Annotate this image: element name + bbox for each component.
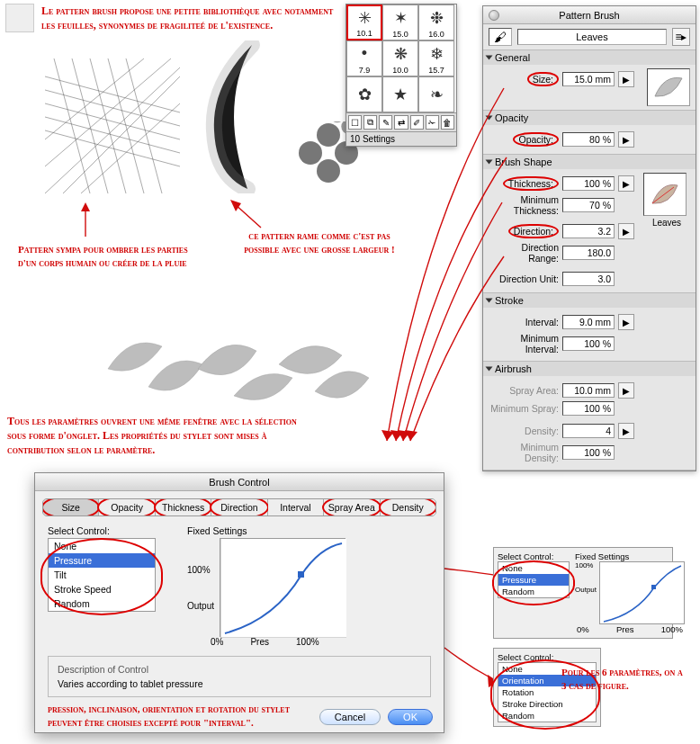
pattern-cell[interactable]: ★ — [382, 76, 418, 112]
direction-popup-arrow-icon[interactable]: ▶ — [618, 223, 634, 239]
tab-opacity[interactable]: Opacity — [99, 499, 155, 515]
svg-line-8 — [108, 58, 144, 193]
mini-brush-control-1: Select Control: None Pressure Random Fix… — [493, 547, 673, 639]
picker-tool-trash-icon[interactable]: 🗑 — [441, 115, 454, 130]
tab-direction[interactable]: Direction — [211, 499, 267, 515]
panel-titlebar[interactable]: Pattern Brush — [483, 6, 696, 24]
fixed-settings-label: Fixed Settings — [575, 551, 685, 561]
pattern-cell[interactable]: ❋10.0 — [382, 40, 418, 76]
picker-tool-new-icon[interactable]: ☐ — [348, 115, 362, 130]
section-header[interactable]: Brush Shape — [483, 155, 696, 169]
tab-thickness[interactable]: Thickness — [156, 499, 211, 515]
min-density-input[interactable]: 100 % — [562, 445, 615, 460]
option-tilt[interactable]: Tilt — [49, 568, 155, 582]
direction-input[interactable]: 3.2 — [562, 224, 615, 238]
option-stroke-speed[interactable]: Stroke Speed — [49, 582, 155, 596]
annotation-top: Le pattern brush propose une petite bibl… — [41, 4, 338, 32]
picker-tool-copy-icon[interactable]: ⧉ — [363, 115, 377, 130]
spray-area-input[interactable]: 10.0 mm — [562, 383, 615, 398]
svg-point-22 — [329, 121, 345, 122]
option-stroke-direction[interactable]: Stroke Direction — [498, 698, 596, 710]
section-stroke: Stroke Interval: 9.0 mm ▶ Minimum Interv… — [483, 293, 696, 362]
tab-interval[interactable]: Interval — [268, 499, 324, 515]
panel-close-icon[interactable] — [489, 10, 499, 21]
brush-menu-icon[interactable]: ≡▸ — [672, 28, 690, 46]
section-header[interactable]: Opacity — [483, 111, 696, 125]
cancel-button[interactable]: Cancel — [319, 709, 381, 725]
opacity-popup-arrow-icon[interactable]: ▶ — [618, 131, 634, 148]
prop-label-direction: Direction: — [508, 224, 559, 238]
tab-spray-area[interactable]: Spray Area — [324, 499, 380, 515]
brush-control-dialog: Brush Control Size Opacity Thickness Dir… — [34, 472, 444, 733]
pattern-cell-value: 10.0 — [392, 66, 408, 75]
svg-marker-29 — [390, 430, 403, 441]
pattern-cell[interactable]: ❧ — [418, 76, 454, 112]
prop-label-min-interval: Minimum Interval: — [489, 333, 562, 354]
pattern-cell[interactable]: ✳10.1 — [346, 4, 382, 40]
interval-input[interactable]: 9.0 mm — [562, 315, 615, 329]
select-control-list[interactable]: None Pressure Random — [498, 561, 570, 598]
svg-line-9 — [126, 58, 162, 193]
option-random[interactable]: Random — [498, 586, 569, 597]
dialog-footer: Cancel OK — [319, 709, 433, 725]
thickness-input[interactable]: 100 % — [562, 176, 615, 191]
pattern-cell[interactable]: ❉16.0 — [418, 4, 454, 40]
pattern-cell[interactable]: ✶15.0 — [382, 4, 418, 40]
min-thickness-input[interactable]: 70 % — [562, 198, 615, 212]
min-spray-input[interactable]: 100 % — [562, 401, 615, 416]
brush-shape-preview-label: Leaves — [643, 218, 690, 228]
size-popup-arrow-icon[interactable]: ▶ — [618, 71, 634, 87]
option-random[interactable]: Random — [49, 596, 155, 611]
section-header[interactable]: Airbrush — [483, 362, 696, 376]
picker-tool-pencil-icon[interactable]: ✐ — [410, 115, 424, 130]
output-label: Output — [187, 601, 214, 611]
brush-name-field[interactable]: Leaves — [517, 29, 667, 45]
min-interval-input[interactable]: 100 % — [562, 336, 615, 351]
thickness-popup-arrow-icon[interactable]: ▶ — [618, 175, 634, 192]
prop-label-min-density: Minimum Density: — [489, 442, 562, 463]
section-header[interactable]: General — [483, 50, 696, 65]
option-pressure[interactable]: Pressure — [498, 574, 569, 586]
brush-preset-icon — [5, 4, 34, 32]
section-header[interactable]: Stroke — [483, 293, 696, 308]
interval-popup-arrow-icon[interactable]: ▶ — [618, 314, 634, 330]
pattern-cell[interactable]: ❄15.7 — [418, 40, 454, 76]
brush-selector-row: 🖌 Leaves ≡▸ — [483, 24, 696, 50]
tab-size[interactable]: Size — [43, 499, 99, 515]
pattern-cell[interactable]: •7.9 — [346, 40, 382, 76]
direction-unit-input[interactable]: 3.0 — [562, 272, 615, 286]
pattern-glyph-icon: ★ — [393, 77, 408, 111]
fixed-settings-curve[interactable] — [220, 538, 346, 637]
svg-line-14 — [45, 67, 180, 193]
picker-tool-swap-icon[interactable]: ⇄ — [394, 115, 408, 130]
svg-line-6 — [72, 58, 108, 193]
svg-marker-28 — [381, 430, 394, 441]
pattern-cell-value: 7.9 — [359, 66, 371, 75]
option-none[interactable]: None — [498, 562, 569, 574]
option-random[interactable]: Random — [498, 710, 596, 722]
brush-shape-preview[interactable] — [643, 173, 687, 216]
opacity-input[interactable]: 80 % — [562, 132, 615, 147]
pattern-cell-value: 15.0 — [392, 30, 408, 39]
ok-button[interactable]: OK — [388, 709, 433, 725]
option-pressure[interactable]: Pressure — [49, 553, 155, 568]
density-popup-arrow-icon[interactable]: ▶ — [618, 423, 634, 439]
prop-label-spray-area: Spray Area: — [489, 385, 562, 396]
dialog-title[interactable]: Brush Control — [35, 473, 444, 491]
pattern-glyph-icon: ❋ — [394, 41, 408, 66]
prop-label-min-spray: Minimum Spray: — [489, 403, 562, 414]
select-control-list[interactable]: None Pressure Tilt Stroke Speed Random — [48, 538, 156, 612]
tab-density[interactable]: Density — [381, 499, 435, 515]
picker-tool-dropper-icon[interactable]: ✎ — [379, 115, 392, 130]
fixed-settings-curve[interactable] — [599, 561, 685, 624]
spray-area-popup-arrow-icon[interactable]: ▶ — [618, 382, 634, 399]
density-input[interactable]: 4 — [562, 424, 615, 438]
svg-line-0 — [45, 76, 180, 112]
brush-tip-icon[interactable]: 🖌 — [489, 28, 512, 46]
pattern-cell[interactable]: ✿ — [346, 76, 382, 112]
size-input[interactable]: 15.0 mm — [562, 72, 615, 86]
axis-right: 100% — [661, 624, 683, 634]
option-none[interactable]: None — [49, 539, 155, 553]
picker-tool-paint-icon[interactable]: ✁ — [426, 115, 439, 130]
direction-range-input[interactable]: 180.0 — [562, 246, 615, 260]
